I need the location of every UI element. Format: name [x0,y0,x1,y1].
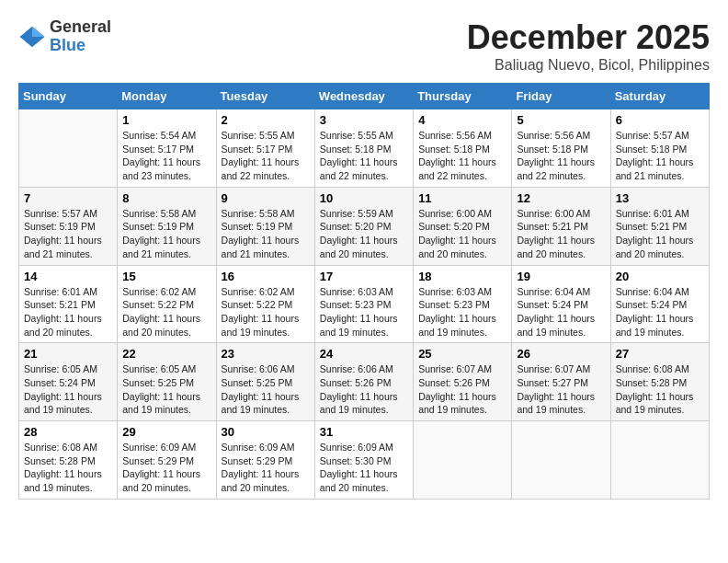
svg-marker-1 [32,27,45,37]
day-info: Sunrise: 6:04 AM Sunset: 5:24 PM Dayligh… [616,285,704,339]
day-info: Sunrise: 6:09 AM Sunset: 5:29 PM Dayligh… [122,441,210,495]
location-title: Baliuag Nuevo, Bicol, Philippines [467,57,710,74]
day-info: Sunrise: 6:09 AM Sunset: 5:30 PM Dayligh… [320,441,408,495]
day-number: 12 [517,191,605,205]
day-info: Sunrise: 5:58 AM Sunset: 5:19 PM Dayligh… [222,207,310,261]
calendar-cell: 25Sunrise: 6:07 AM Sunset: 5:26 PM Dayli… [414,343,512,421]
calendar-cell: 29Sunrise: 6:09 AM Sunset: 5:29 PM Dayli… [118,421,216,500]
day-info: Sunrise: 6:01 AM Sunset: 5:21 PM Dayligh… [616,207,704,261]
day-number: 20 [616,270,704,283]
calendar-cell: 22Sunrise: 6:05 AM Sunset: 5:25 PM Dayli… [118,343,216,421]
calendar-cell: 16Sunrise: 6:02 AM Sunset: 5:22 PM Dayli… [216,265,314,343]
calendar-cell: 24Sunrise: 6:06 AM Sunset: 5:26 PM Dayli… [314,343,413,421]
day-info: Sunrise: 6:01 AM Sunset: 5:21 PM Dayligh… [24,285,112,339]
calendar-cell [19,109,118,188]
day-info: Sunrise: 6:05 AM Sunset: 5:24 PM Dayligh… [24,362,112,417]
logo-icon [18,23,46,51]
day-info: Sunrise: 6:08 AM Sunset: 5:28 PM Dayligh… [616,362,704,417]
calendar-cell: 14Sunrise: 6:01 AM Sunset: 5:21 PM Dayli… [19,265,118,343]
day-number: 27 [616,347,704,361]
day-info: Sunrise: 5:57 AM Sunset: 5:18 PM Dayligh… [616,129,704,183]
day-header-monday: Monday [118,84,216,109]
day-number: 22 [122,347,210,361]
calendar-week-row: 7Sunrise: 5:57 AM Sunset: 5:19 PM Daylig… [19,187,710,265]
day-info: Sunrise: 6:02 AM Sunset: 5:22 PM Dayligh… [222,285,310,339]
day-number: 6 [616,113,704,127]
day-number: 19 [517,270,605,283]
header: General Blue December 2025 Baliuag Nuevo… [18,18,710,74]
day-info: Sunrise: 6:07 AM Sunset: 5:27 PM Dayligh… [517,362,605,417]
calendar-cell: 1Sunrise: 5:54 AM Sunset: 5:17 PM Daylig… [118,109,216,188]
day-number: 26 [517,347,605,361]
day-number: 31 [320,425,408,439]
calendar-cell: 10Sunrise: 5:59 AM Sunset: 5:20 PM Dayli… [314,187,413,265]
calendar-cell: 17Sunrise: 6:03 AM Sunset: 5:23 PM Dayli… [314,265,413,343]
day-number: 1 [122,113,210,127]
calendar: SundayMondayTuesdayWednesdayThursdayFrid… [18,83,710,500]
day-number: 21 [24,347,112,361]
calendar-cell: 15Sunrise: 6:02 AM Sunset: 5:22 PM Dayli… [118,265,216,343]
calendar-cell: 2Sunrise: 5:55 AM Sunset: 5:17 PM Daylig… [216,109,314,188]
day-header-wednesday: Wednesday [314,84,413,109]
calendar-cell: 11Sunrise: 6:00 AM Sunset: 5:20 PM Dayli… [414,187,512,265]
day-info: Sunrise: 6:03 AM Sunset: 5:23 PM Dayligh… [418,285,506,339]
calendar-cell: 8Sunrise: 5:58 AM Sunset: 5:19 PM Daylig… [118,187,216,265]
day-info: Sunrise: 6:00 AM Sunset: 5:21 PM Dayligh… [517,207,605,261]
day-info: Sunrise: 5:57 AM Sunset: 5:19 PM Dayligh… [24,207,112,261]
day-number: 10 [320,191,408,205]
day-number: 18 [418,270,506,283]
day-number: 24 [320,347,408,361]
day-info: Sunrise: 6:04 AM Sunset: 5:24 PM Dayligh… [517,285,605,339]
day-header-friday: Friday [512,84,610,109]
day-info: Sunrise: 5:55 AM Sunset: 5:18 PM Dayligh… [320,129,408,183]
day-number: 11 [418,191,506,205]
day-number: 3 [320,113,408,127]
day-info: Sunrise: 6:05 AM Sunset: 5:25 PM Dayligh… [122,362,210,417]
day-header-sunday: Sunday [19,84,118,109]
calendar-cell: 12Sunrise: 6:00 AM Sunset: 5:21 PM Dayli… [512,187,610,265]
day-number: 4 [418,113,506,127]
calendar-week-row: 28Sunrise: 6:08 AM Sunset: 5:28 PM Dayli… [19,421,710,500]
calendar-cell: 7Sunrise: 5:57 AM Sunset: 5:19 PM Daylig… [19,187,118,265]
logo-blue: Blue [50,37,111,55]
day-number: 7 [24,191,112,205]
calendar-cell: 9Sunrise: 5:58 AM Sunset: 5:19 PM Daylig… [216,187,314,265]
day-info: Sunrise: 5:56 AM Sunset: 5:18 PM Dayligh… [517,129,605,183]
day-info: Sunrise: 6:08 AM Sunset: 5:28 PM Dayligh… [24,441,112,495]
logo-general: General [50,18,111,37]
day-info: Sunrise: 6:06 AM Sunset: 5:26 PM Dayligh… [320,362,408,417]
day-info: Sunrise: 6:06 AM Sunset: 5:25 PM Dayligh… [222,362,310,417]
title-area: December 2025 Baliuag Nuevo, Bicol, Phil… [467,18,710,74]
day-number: 29 [122,425,210,439]
calendar-cell: 27Sunrise: 6:08 AM Sunset: 5:28 PM Dayli… [610,343,709,421]
calendar-cell [512,421,610,500]
day-info: Sunrise: 6:07 AM Sunset: 5:26 PM Dayligh… [418,362,506,417]
day-number: 14 [24,270,112,283]
day-number: 23 [222,347,310,361]
calendar-cell: 19Sunrise: 6:04 AM Sunset: 5:24 PM Dayli… [512,265,610,343]
day-info: Sunrise: 6:00 AM Sunset: 5:20 PM Dayligh… [418,207,506,261]
day-info: Sunrise: 6:09 AM Sunset: 5:29 PM Dayligh… [222,441,310,495]
logo: General Blue [18,18,111,55]
calendar-cell: 18Sunrise: 6:03 AM Sunset: 5:23 PM Dayli… [414,265,512,343]
day-number: 25 [418,347,506,361]
day-number: 15 [122,270,210,283]
calendar-cell: 4Sunrise: 5:56 AM Sunset: 5:18 PM Daylig… [414,109,512,188]
day-info: Sunrise: 6:03 AM Sunset: 5:23 PM Dayligh… [320,285,408,339]
day-number: 9 [222,191,310,205]
calendar-week-row: 1Sunrise: 5:54 AM Sunset: 5:17 PM Daylig… [19,109,710,188]
calendar-week-row: 21Sunrise: 6:05 AM Sunset: 5:24 PM Dayli… [19,343,710,421]
day-number: 8 [122,191,210,205]
day-header-tuesday: Tuesday [216,84,314,109]
calendar-cell: 3Sunrise: 5:55 AM Sunset: 5:18 PM Daylig… [314,109,413,188]
calendar-cell: 5Sunrise: 5:56 AM Sunset: 5:18 PM Daylig… [512,109,610,188]
day-info: Sunrise: 5:54 AM Sunset: 5:17 PM Dayligh… [122,129,210,183]
calendar-cell: 28Sunrise: 6:08 AM Sunset: 5:28 PM Dayli… [19,421,118,500]
day-number: 2 [222,113,310,127]
day-number: 28 [24,425,112,439]
calendar-cell: 31Sunrise: 6:09 AM Sunset: 5:30 PM Dayli… [314,421,413,500]
calendar-cell: 6Sunrise: 5:57 AM Sunset: 5:18 PM Daylig… [610,109,709,188]
calendar-cell: 26Sunrise: 6:07 AM Sunset: 5:27 PM Dayli… [512,343,610,421]
day-header-saturday: Saturday [610,84,709,109]
calendar-cell: 21Sunrise: 6:05 AM Sunset: 5:24 PM Dayli… [19,343,118,421]
